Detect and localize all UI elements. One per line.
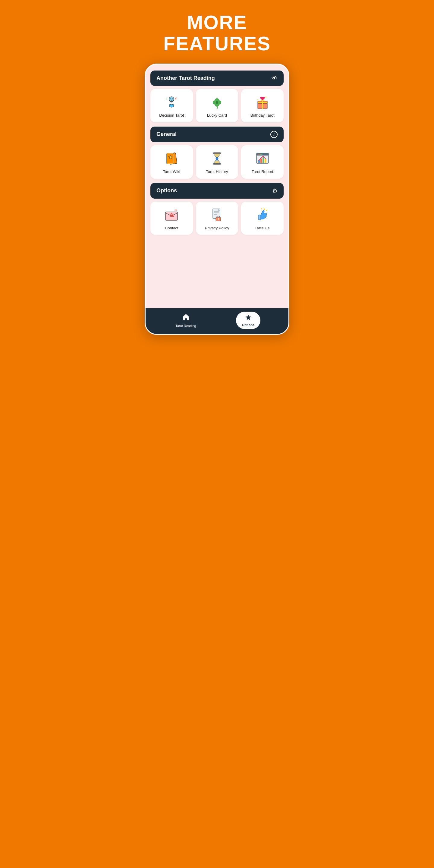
gear-icon: ⚙ [272,187,278,194]
tarot-history-item[interactable]: Tarot History [196,145,239,179]
svg-rect-21 [213,153,221,154]
svg-point-2 [172,98,173,99]
decision-tarot-icon: ✓ ✗ [164,94,179,110]
rate-us-label: Rate Us [255,226,270,231]
svg-text:★: ★ [261,208,262,210]
nav-tarot-reading-label: Tarot Reading [176,324,196,328]
rate-us-icon: ★ ★ ★ [255,207,270,223]
birthday-tarot-label: Birthday Tarot [250,113,275,118]
svg-point-10 [215,100,216,101]
svg-rect-14 [258,102,267,103]
nav-options-active: Options [236,312,261,329]
svg-text:✦: ✦ [257,99,258,101]
tarot-history-label: Tarot History [206,169,228,175]
decision-tarot-label: Decision Tarot [159,113,184,118]
grid-options: Contact [150,202,284,235]
svg-text:✓: ✓ [165,97,168,100]
tarot-wiki-icon [164,151,179,166]
grid-another-tarot: ✓ ✗ Decision Tarot [150,89,284,122]
svg-point-27 [258,154,258,155]
page-header: MORE FEATURES [163,12,271,55]
svg-point-1 [170,98,171,99]
svg-point-0 [169,97,174,101]
section-header-general: General i [150,127,284,142]
svg-point-35 [260,157,261,158]
lucky-card-icon [209,94,225,110]
section-title-options: Options [156,187,177,194]
nav-tarot-reading[interactable]: Tarot Reading [155,313,217,328]
spacer [150,239,284,303]
svg-point-9 [216,101,218,104]
svg-point-40 [171,215,172,216]
svg-rect-32 [262,157,264,163]
tarot-wiki-item[interactable]: Tarot Wiki [150,145,193,179]
tarot-wiki-label: Tarot Wiki [163,169,180,175]
lucky-card-item[interactable]: Lucky Card [196,89,239,122]
privacy-policy-icon [209,207,225,223]
nav-options[interactable]: Options [217,312,279,329]
tarot-history-icon [209,151,225,166]
tarot-report-item[interactable]: Tarot Report [241,145,284,179]
star-icon [245,314,252,322]
svg-text:✗: ✗ [175,97,177,100]
section-another-tarot: Another Tarot Reading 👁 [150,70,284,122]
privacy-policy-item[interactable]: Privacy Policy [196,202,239,235]
svg-point-42 [176,210,177,211]
birthday-tarot-item[interactable]: ✦ ✦ Birthday Tarot [241,89,284,122]
grid-general: Tarot Wiki [150,145,284,179]
nav-options-label: Options [242,323,255,327]
svg-rect-22 [213,163,221,164]
svg-point-37 [265,158,266,159]
svg-point-34 [258,160,259,161]
bottom-nav: Tarot Reading Options [146,308,288,334]
svg-point-29 [261,154,262,155]
section-title-general: General [156,131,177,137]
tarot-report-label: Tarot Report [252,169,273,175]
svg-text:★: ★ [266,209,268,212]
section-general: General i [150,127,284,179]
decision-tarot-item[interactable]: ✓ ✗ Decision Tarot [150,89,193,122]
svg-point-36 [262,156,264,156]
svg-point-41 [175,210,176,211]
tarot-report-icon [255,151,270,166]
contact-item[interactable]: Contact [150,202,193,235]
svg-text:✦: ✦ [265,96,267,98]
section-title-another-tarot: Another Tarot Reading [156,75,215,82]
eye-icon: 👁 [272,75,278,82]
section-options: Options ⚙ [150,183,284,235]
home-icon [182,313,190,323]
lucky-card-label: Lucky Card [207,113,227,118]
page-wrapper: MORE FEATURES Another Tarot Reading 👁 [142,12,292,335]
rate-us-item[interactable]: ★ ★ ★ Rate Us [241,202,284,235]
contact-icon [164,207,179,223]
section-header-options: Options ⚙ [150,183,284,198]
phone-content: Another Tarot Reading 👁 [146,64,288,308]
svg-marker-54 [246,315,251,320]
phone-frame: Another Tarot Reading 👁 [145,64,289,335]
section-header-another-tarot: Another Tarot Reading 👁 [150,70,284,86]
svg-rect-31 [260,158,262,163]
contact-label: Contact [165,226,179,231]
svg-rect-49 [218,219,218,220]
svg-rect-50 [258,215,261,220]
svg-point-28 [259,154,260,155]
svg-point-23 [215,161,219,163]
birthday-tarot-icon: ✦ ✦ [255,94,270,110]
privacy-policy-label: Privacy Policy [205,226,229,231]
info-icon: i [270,131,278,138]
svg-rect-33 [265,159,266,163]
svg-text:★: ★ [263,208,266,211]
